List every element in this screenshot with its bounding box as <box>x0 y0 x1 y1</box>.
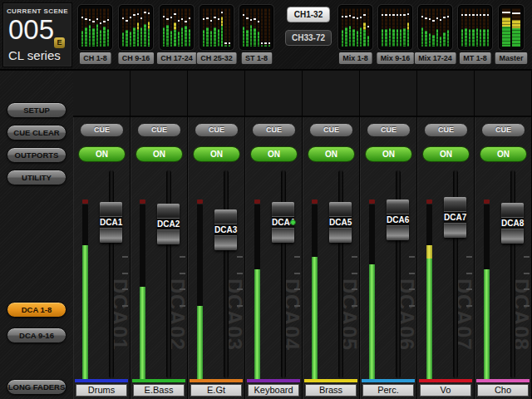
meter-peak-mark <box>144 12 145 13</box>
channel-name[interactable]: Perc. <box>362 384 414 397</box>
channel-strip[interactable]: CUEONDCA07DCA7Vo <box>417 71 475 399</box>
on-button[interactable]: ON <box>480 146 527 162</box>
meter-bar-fill <box>502 17 510 47</box>
fader-knob[interactable]: DCA2 <box>157 204 180 244</box>
fader-knob[interactable]: DCA4 <box>272 202 294 243</box>
channel-strip[interactable]: CUEONDCA01DCA1Drums <box>73 71 131 399</box>
meter-peak-mark <box>148 12 150 14</box>
fader-knob[interactable]: DCA3 <box>214 209 237 250</box>
long-faders-button[interactable]: LONG FADERS <box>7 379 66 395</box>
sidebar-dca-bank-button[interactable]: DCA 1-8 <box>7 302 66 318</box>
meter-block[interactable] <box>378 5 412 50</box>
sidebar-dca-bank-button[interactable]: DCA 9-16 <box>7 328 66 343</box>
fader-track <box>166 170 171 378</box>
cue-button[interactable]: CUE <box>80 123 124 137</box>
channel-name[interactable]: Keyboard <box>248 384 299 397</box>
meter-block[interactable] <box>418 5 452 50</box>
scene-panel[interactable]: CURRENT SCENE 005 E CL series <box>2 2 72 67</box>
meter-bar-fill <box>363 22 365 47</box>
cue-button[interactable]: CUE <box>309 123 353 137</box>
on-button[interactable]: ON <box>422 146 470 162</box>
meter-bank-label[interactable]: Mix 9-16 <box>376 52 416 65</box>
meter-bank-button-ch1-32[interactable]: CH1-32 <box>287 7 330 22</box>
meter-bank-label[interactable]: CH 1-8 <box>78 52 112 65</box>
meter-bar-fill <box>81 31 83 47</box>
cue-button[interactable]: CUE <box>137 123 181 137</box>
sidebar-button-utility[interactable]: UTILITY <box>7 170 66 185</box>
on-button[interactable]: ON <box>193 146 240 162</box>
meter-bar-fill <box>397 29 398 47</box>
cue-button[interactable]: CUE <box>424 123 468 137</box>
channel-name[interactable]: Brass <box>305 384 357 397</box>
meter-block[interactable] <box>499 5 524 50</box>
meter-block[interactable] <box>78 5 112 50</box>
meter-bar <box>185 8 186 47</box>
on-button[interactable]: ON <box>308 146 355 162</box>
meter-bar <box>122 8 124 47</box>
channel-strip[interactable]: CUEONDCA05DCA5Brass <box>303 71 360 399</box>
cue-button[interactable]: CUE <box>481 123 525 137</box>
meter-bar-fill <box>360 27 362 47</box>
meter-bank-label[interactable]: Mix 17-24 <box>413 52 457 65</box>
channel-strip[interactable]: CUEONDCA04DCA4Keyboard <box>245 71 303 399</box>
meter-bar <box>130 8 131 47</box>
fader-knob[interactable]: DCA1 <box>100 202 122 243</box>
channel-name[interactable]: Vo <box>420 384 471 397</box>
meter-track <box>254 204 260 380</box>
fader-scale-tick <box>294 256 300 258</box>
meter-peak-mark <box>85 18 86 20</box>
on-button[interactable]: ON <box>78 146 126 162</box>
meter-peak-mark <box>258 21 259 22</box>
meter-bar-fill <box>342 30 343 47</box>
meter-bar <box>103 8 105 47</box>
meter-block[interactable] <box>119 5 153 50</box>
meter-peak-mark <box>221 12 223 13</box>
meter-bank-button-ch33-72[interactable]: CH33-72 <box>285 30 332 46</box>
on-button[interactable]: ON <box>250 146 298 162</box>
meter-peak-mark <box>250 19 252 21</box>
meter-bar <box>385 8 387 47</box>
channel-name[interactable]: E.Gt <box>190 384 242 397</box>
sidebar-button-cue-clear[interactable]: CUE CLEAR <box>7 125 66 140</box>
channel-strip[interactable]: CUEONDCA06DCA6Perc. <box>360 71 417 399</box>
meter-block[interactable] <box>338 5 372 50</box>
channel-strip[interactable]: CUEONDCA03DCA3E.Gt <box>188 71 245 399</box>
meter-peak-mark <box>170 17 172 18</box>
meter-bank-label[interactable]: CH 9-16 <box>117 52 155 65</box>
meter-bank-label[interactable]: ST 1-8 <box>240 52 273 65</box>
channel-name[interactable]: Drums <box>76 384 127 397</box>
fader-knob[interactable]: DCA8 <box>501 203 524 244</box>
on-button[interactable]: ON <box>365 146 412 162</box>
sidebar-button-setup[interactable]: SETUP <box>7 102 66 118</box>
meter-bar-fill <box>254 28 255 47</box>
meter-fill <box>197 306 203 380</box>
fader-knob[interactable]: DCA6 <box>387 200 409 240</box>
meter-bar-fill <box>246 30 248 47</box>
meter-block[interactable] <box>239 5 273 50</box>
meter-bank-label[interactable]: CH 17-24 <box>155 52 198 65</box>
channel-strip[interactable]: CUEONDCA08DCA8Cho <box>475 71 532 399</box>
meter-bank-label[interactable]: Master <box>494 52 528 65</box>
channel-name[interactable]: Cho <box>477 384 529 397</box>
cue-button[interactable]: CUE <box>367 123 411 137</box>
meter-bar-fill <box>352 29 354 47</box>
on-button[interactable]: ON <box>135 146 183 162</box>
meter-bar <box>100 8 101 47</box>
cue-button[interactable]: CUE <box>195 123 239 137</box>
channel-name[interactable]: E.Bass <box>133 384 185 397</box>
meter-bank-label[interactable]: CH 25-32 <box>195 52 238 65</box>
sidebar-button-outports[interactable]: OUTPORTS <box>7 147 66 163</box>
meter-bank-label[interactable]: MT 1-8 <box>458 52 492 65</box>
fader-knob[interactable]: DCA7 <box>444 197 466 238</box>
meter-block[interactable] <box>160 5 194 50</box>
meter-bank-label[interactable]: Mix 1-8 <box>337 52 373 65</box>
cue-button[interactable]: CUE <box>252 123 296 137</box>
meter-block[interactable] <box>458 5 492 50</box>
channel-strip[interactable]: CUEONDCA02DCA2E.Bass <box>131 71 188 399</box>
meter-peak-mark <box>407 13 409 15</box>
meter-track <box>82 204 88 380</box>
meter-block[interactable] <box>200 5 234 50</box>
meter-bar-fill <box>443 32 445 47</box>
fader-knob[interactable]: DCA5 <box>329 202 352 243</box>
cl-mixer-screen: CURRENT SCENE 005 E CL series CH1-32 CH3… <box>0 0 532 399</box>
